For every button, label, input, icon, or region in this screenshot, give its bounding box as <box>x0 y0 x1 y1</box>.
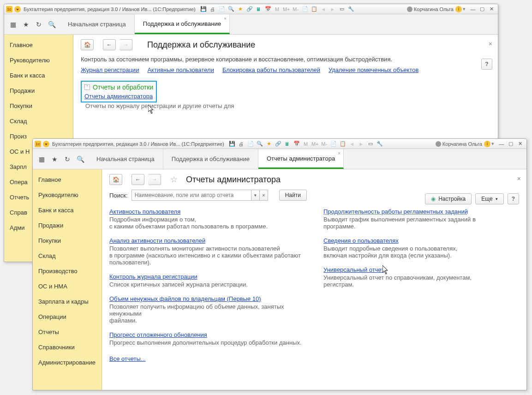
tab-support[interactable]: Поддержка и обслуживание <box>163 149 258 169</box>
tools-icon[interactable]: 🔧 <box>376 140 384 148</box>
sidebar-item[interactable]: Администрирование <box>33 355 102 370</box>
favorite-icon[interactable]: ★ <box>265 140 273 148</box>
report-link[interactable]: Анализ активности пользователей <box>109 237 205 244</box>
sidebar-item[interactable]: Продажи <box>33 218 102 233</box>
search-clear[interactable]: × <box>260 190 268 201</box>
sidebar-item[interactable]: Производство <box>33 263 102 279</box>
sidebar-item[interactable]: ОС и НМА <box>33 279 102 294</box>
sidebar-item[interactable]: Покупки <box>4 98 73 114</box>
tab-admin-reports[interactable]: Отчеты администратора × <box>258 149 344 169</box>
doc-icon[interactable]: 📄 <box>218 6 226 13</box>
settings-button[interactable]: ◉ Настройка <box>425 193 472 204</box>
star-icon[interactable]: ★ <box>50 155 59 163</box>
history-icon[interactable]: ↻ <box>35 20 43 29</box>
sidebar-item[interactable]: Руководителю <box>33 187 102 203</box>
calc-icon[interactable]: 🖩 <box>255 6 263 13</box>
mplus-icon[interactable]: M+ <box>282 6 291 13</box>
apps-icon[interactable]: ▦ <box>37 155 46 163</box>
search-input[interactable] <box>132 190 251 201</box>
forward-button[interactable]: → <box>120 39 132 50</box>
back-icon[interactable]: ◄ <box>319 6 328 13</box>
save-icon[interactable]: 💾 <box>199 6 208 13</box>
search-dropdown[interactable]: ▾ <box>251 190 260 201</box>
apps-icon[interactable]: ▦ <box>9 20 17 29</box>
doc-icon[interactable]: 📄 <box>246 140 255 148</box>
print-icon[interactable]: 🖨 <box>209 6 217 13</box>
report-link[interactable]: Активность пользователя <box>109 208 180 215</box>
close-page-icon[interactable]: × <box>517 175 521 182</box>
sidebar-item[interactable]: Операции <box>33 309 102 324</box>
close-button[interactable]: ✕ <box>487 6 496 13</box>
calendar-icon[interactable]: 📅 <box>264 6 272 13</box>
new-icon[interactable]: 📄 <box>301 6 309 13</box>
mminus-icon[interactable]: M- <box>320 140 329 148</box>
link-admin-reports[interactable]: Отчеты администратора <box>84 93 153 100</box>
section-title[interactable]: ˅ Отчеты и обработки <box>84 84 153 91</box>
sidebar-item[interactable]: Справочники <box>33 340 102 355</box>
minimize-button[interactable]: — <box>497 140 506 148</box>
report-link[interactable]: Объем ненужных файлов по владельцам (Пер… <box>109 295 261 302</box>
tools-icon[interactable]: 🔧 <box>347 6 355 13</box>
back-button[interactable]: ← <box>103 39 116 50</box>
info-icon[interactable]: i <box>484 141 490 147</box>
link-journal[interactable]: Журнал регистрации <box>81 66 139 73</box>
calendar-icon[interactable]: 📅 <box>293 140 301 148</box>
home-button[interactable]: 🏠 <box>81 39 94 50</box>
more-button[interactable]: Еще ▾ <box>475 193 503 204</box>
sidebar-item[interactable]: Отчеты <box>33 324 102 340</box>
fwd-icon[interactable]: ► <box>329 6 337 13</box>
back-icon[interactable]: ◄ <box>348 140 356 148</box>
sidebar-item[interactable]: Склад <box>4 114 73 129</box>
sidebar-item[interactable]: Склад <box>33 248 102 263</box>
m-icon[interactable]: M <box>302 140 310 148</box>
all-reports-link[interactable]: Все отчеты... <box>109 355 146 362</box>
link-block-users[interactable]: Блокировка работы пользователей <box>222 66 320 73</box>
tab-close-icon[interactable]: × <box>224 16 227 21</box>
forward-button[interactable]: → <box>148 174 161 185</box>
info-dd-icon[interactable]: ▾ <box>462 6 466 13</box>
preview-icon[interactable]: 🔍 <box>256 140 264 148</box>
report-link[interactable]: Контроль журнала регистрации <box>109 273 197 280</box>
sidebar-item[interactable]: Покупки <box>33 233 102 248</box>
windows-icon[interactable]: ▭ <box>366 140 375 148</box>
report-link[interactable]: Сведения о пользователях <box>323 237 399 244</box>
calc-icon[interactable]: 🖩 <box>283 140 292 148</box>
chevron-down-icon[interactable]: ˅ <box>84 84 90 90</box>
info-icon[interactable]: i <box>455 6 462 12</box>
sidebar-item[interactable]: Банк и касса <box>33 203 102 218</box>
new-icon[interactable]: 📄 <box>329 140 338 148</box>
app-menu-dropdown[interactable] <box>43 141 49 147</box>
m-icon[interactable]: M <box>273 6 281 13</box>
back-button[interactable]: ← <box>132 174 144 185</box>
tab-support[interactable]: Поддержка и обслуживание × <box>135 14 230 34</box>
app-menu-dropdown[interactable] <box>14 6 21 12</box>
maximize-button[interactable]: ▢ <box>506 140 515 148</box>
favorite-star-icon[interactable]: ☆ <box>170 174 178 185</box>
maximize-button[interactable]: ▢ <box>478 6 487 13</box>
user-badge[interactable]: Корчагина Ольга <box>436 141 482 147</box>
fwd-icon[interactable]: ► <box>357 140 365 148</box>
info-dd-icon[interactable]: ▾ <box>490 140 495 148</box>
mplus-icon[interactable]: M+ <box>311 140 319 148</box>
find-button[interactable]: Найти <box>279 190 307 201</box>
tab-start-page[interactable]: Начальная страница <box>60 14 135 34</box>
sidebar-item[interactable]: Банк и касса <box>4 68 73 83</box>
history-icon[interactable]: ↻ <box>63 155 72 163</box>
preview-icon[interactable]: 🔍 <box>227 6 235 13</box>
close-button[interactable]: ✕ <box>515 140 525 148</box>
print-icon[interactable]: 🖨 <box>237 140 245 148</box>
close-page-icon[interactable]: × <box>489 40 492 48</box>
link-icon[interactable]: 🔗 <box>274 140 282 148</box>
save-icon[interactable]: 💾 <box>228 140 236 148</box>
user-badge[interactable]: Корчагина Ольга <box>407 6 454 12</box>
link-active-users[interactable]: Активные пользователи <box>147 66 214 73</box>
sidebar-item[interactable]: Главное <box>33 172 102 187</box>
copy-icon[interactable]: 📋 <box>339 140 347 148</box>
report-link-universal[interactable]: Универсальный отчет <box>323 266 384 273</box>
link-delete-marked[interactable]: Удаление помеченных объектов <box>329 66 418 73</box>
search-icon[interactable]: 🔍 <box>48 20 56 29</box>
link-icon[interactable]: 🔗 <box>245 6 254 13</box>
sidebar-item[interactable]: Руководителю <box>4 53 73 68</box>
help-button[interactable]: ? <box>481 59 492 70</box>
minimize-button[interactable]: — <box>468 6 478 13</box>
